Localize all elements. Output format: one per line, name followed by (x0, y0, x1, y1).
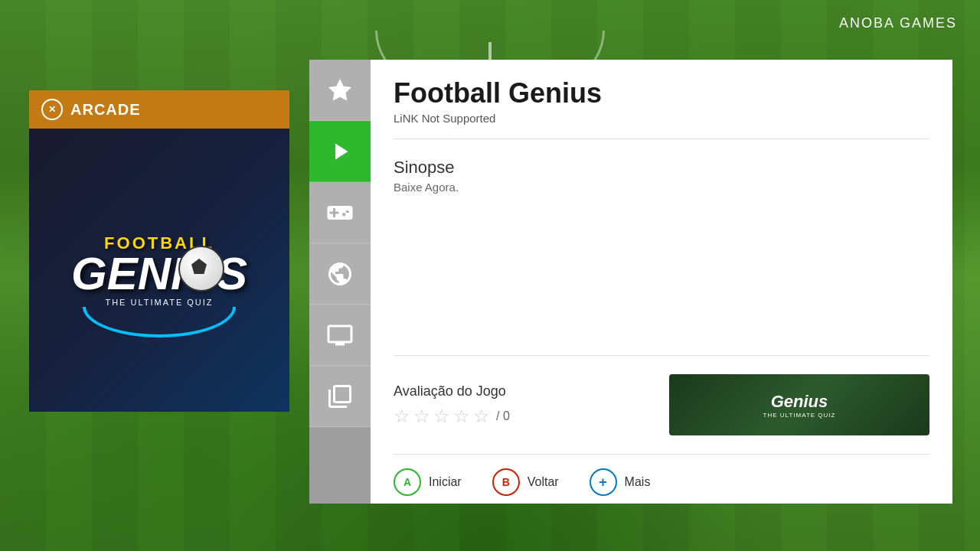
rating-count: / 0 (496, 409, 510, 423)
game-title-section: Football Genius LiNK Not Supported (371, 60, 952, 132)
controls-bar: A Iniciar B Voltar + Mais (371, 461, 952, 504)
synopsis-title: Sinopse (394, 158, 929, 178)
controller-icon (326, 199, 354, 227)
control-b[interactable]: B Voltar (492, 468, 559, 496)
main-panel: Football Genius LiNK Not Supported Sinop… (371, 60, 952, 504)
btn-a-label: Iniciar (429, 475, 462, 489)
arcade-badge: ✕ ARCADE (29, 90, 289, 129)
thumb-genius-text: Genius (763, 392, 836, 412)
star-icon (326, 77, 354, 104)
divider-1 (394, 139, 929, 139)
synopsis-text: Baixe Agora. (394, 181, 929, 194)
btn-b-label: Voltar (528, 475, 559, 489)
btn-plus-circle: + (590, 468, 617, 496)
star-3: ☆ (433, 406, 450, 427)
star-4: ☆ (453, 406, 470, 427)
sidebar-item-xbox[interactable] (309, 243, 371, 305)
video-icon (326, 321, 354, 349)
spacer (371, 201, 952, 349)
control-a[interactable]: A Iniciar (394, 468, 462, 496)
game-cover: FOOTBALL GENIUS THE ULTIMATE QUIZ (29, 129, 289, 412)
thumb-subtitle-text: THE ULTIMATE QUIZ (763, 412, 836, 419)
soccer-ball (178, 246, 224, 292)
synopsis-section: Sinopse Baixe Agora. (371, 145, 952, 201)
divider-3 (394, 454, 929, 455)
btn-plus-label: Mais (625, 475, 651, 489)
left-panel: ✕ ARCADE FOOTBALL GENIUS THE ULTIMATE QU… (29, 90, 289, 442)
bottom-section: Avaliação do Jogo ☆ ☆ ☆ ☆ ☆ / 0 Genius T… (371, 362, 952, 448)
control-plus[interactable]: + Mais (590, 468, 651, 496)
thumbnail-logo: Genius THE ULTIMATE QUIZ (763, 392, 836, 419)
rating-title: Avaliação do Jogo (394, 383, 646, 399)
stars-row: ☆ ☆ ☆ ☆ ☆ / 0 (394, 406, 646, 427)
arcade-label: ARCADE (70, 101, 141, 119)
link-status: LiNK Not Supported (394, 112, 929, 125)
sidebar-item-play[interactable] (309, 121, 371, 182)
sidebar-item-video[interactable] (309, 305, 371, 366)
sidebar-item-star[interactable] (309, 60, 371, 121)
sidebar-item-store[interactable] (309, 366, 371, 427)
star-2: ☆ (413, 406, 430, 427)
game-logo: FOOTBALL GENIUS THE ULTIMATE QUIZ (71, 233, 247, 307)
xbox-logo: ✕ (41, 99, 63, 120)
play-icon (326, 138, 354, 165)
side-bar (309, 60, 371, 504)
rating-section: Avaliação do Jogo ☆ ☆ ☆ ☆ ☆ / 0 (394, 383, 646, 427)
brand-label: ANOBA GAMES (839, 15, 957, 31)
btn-a-circle: A (394, 468, 421, 496)
sidebar-item-controller[interactable] (309, 182, 371, 243)
btn-b-circle: B (492, 468, 520, 496)
game-title: Football Genius (394, 78, 929, 109)
star-5: ☆ (473, 406, 490, 427)
game-thumbnail: Genius THE ULTIMATE QUIZ (669, 374, 929, 435)
xbox-icon (326, 260, 354, 288)
store-icon (326, 383, 354, 410)
divider-2 (394, 355, 929, 356)
star-1: ☆ (394, 406, 410, 427)
